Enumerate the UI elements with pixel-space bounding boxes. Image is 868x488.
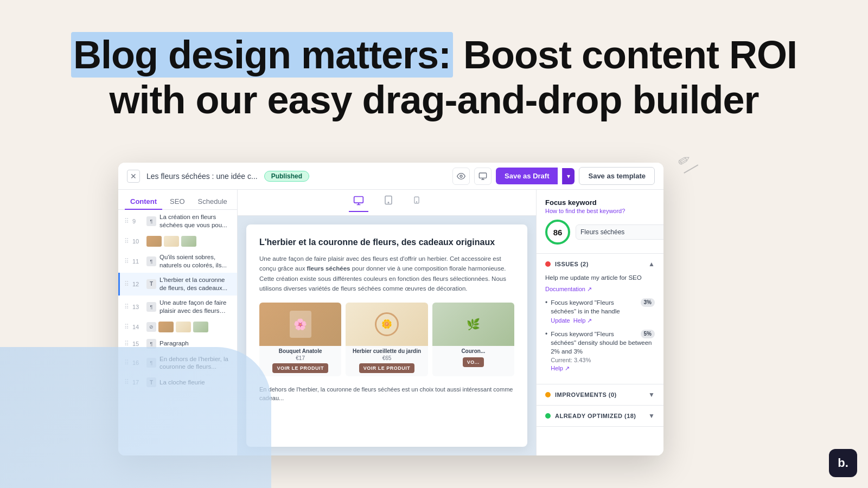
issue-badge-2: 5% (641, 330, 655, 338)
optimized-label: ALREADY OPTIMIZED (18) (555, 413, 636, 419)
sidebar-item-11[interactable]: ⠿ 11 ¶ Qu'ils soient sobres, naturels ou… (118, 250, 237, 273)
thumb-icon (146, 236, 162, 247)
find-best-keyword-link[interactable]: How to find the best keyword? (545, 208, 655, 214)
drag-handle[interactable]: ⠿ (124, 217, 129, 225)
preview-icon[interactable] (452, 168, 470, 185)
issue-text-1: 3% Focus keyword "Fleurs séchées" is in … (551, 298, 655, 316)
tab-content[interactable]: Content (125, 194, 162, 210)
seo-panel: Focus keyword How to find the best keywo… (536, 190, 663, 455)
section-body-text: Une autre façon de faire plaisir avec de… (259, 254, 514, 294)
blue-blob-decoration (0, 347, 271, 488)
product-image-3: 🌿 (432, 303, 514, 346)
product-image-1: 🌸 (259, 303, 341, 346)
optimized-dot-icon (545, 413, 551, 419)
issues-section-header[interactable]: ISSUES (2) ▲ (537, 254, 663, 274)
item-icons: ¶ (146, 302, 156, 312)
focus-keyword-title: Focus keyword (545, 198, 655, 207)
documentation-link[interactable]: Documentation ↗ (545, 286, 592, 292)
sidebar-item-13[interactable]: ⠿ 13 ¶ Une autre façon de faire plaisir … (118, 296, 237, 318)
item-num: 13 (132, 304, 143, 310)
desktop-device-icon[interactable] (349, 193, 368, 212)
footer-paragraph: En dehors de l'herbier, la couronne de f… (259, 385, 514, 403)
item-icons (146, 236, 196, 247)
drag-handle[interactable]: ⠿ (124, 280, 129, 288)
focus-keyword-input[interactable] (576, 224, 663, 240)
sidebar-item-10[interactable]: ⠿ 10 (118, 233, 237, 250)
hero-title-highlight: Blog design matters: (71, 32, 453, 78)
save-draft-dropdown[interactable]: ▾ (562, 168, 575, 184)
editor-area[interactable]: L'herbier et la couronne de fleurs, des … (238, 216, 536, 455)
product-cta-1[interactable]: VOIR LE PRODUIT (272, 363, 328, 373)
seo-score-circle: 86 (545, 220, 570, 245)
optimized-header[interactable]: ALREADY OPTIMIZED (18) ▼ (537, 406, 663, 426)
published-badge: Published (264, 171, 309, 182)
product-grid: 🌸 Bouquet Anatole €17 VOIR LE PRODUIT (259, 303, 514, 376)
svg-point-4 (388, 202, 389, 203)
product-card-2: 🌼 Herbier cueillette du jardin €65 VOIR … (346, 303, 427, 376)
product-cta-3[interactable]: VO... (463, 357, 484, 367)
titlebar-actions: Save as Draft ▾ Save as template (452, 167, 655, 185)
hero-section: Blog design matters: Boost content ROI w… (0, 0, 868, 144)
issue-badge-1: 3% (641, 298, 655, 307)
issue-help-link-1[interactable]: Help ↗ (573, 317, 592, 324)
issues-section: ISSUES (2) ▲ Help me update my article f… (537, 254, 663, 384)
item-num: 9 (132, 218, 143, 224)
item-icons: ¶ (146, 256, 156, 266)
product-card-1: 🌸 Bouquet Anatole €17 VOIR LE PRODUIT (259, 303, 341, 376)
tab-seo[interactable]: SEO (164, 194, 190, 210)
product-cta-2[interactable]: VOIR LE PRODUIT (359, 363, 415, 373)
drag-handle[interactable]: ⠿ (124, 340, 129, 348)
item-type-icon: ¶ (146, 256, 156, 266)
save-draft-button[interactable]: Save as Draft (496, 168, 558, 184)
item-label: Une autre façon de faire plaisir avec de… (159, 299, 233, 315)
seo-help-text: Help me update my article for SEO (545, 274, 655, 281)
hero-title: Blog design matters: Boost content ROI w… (11, 33, 857, 123)
item-num: 14 (132, 324, 143, 330)
close-button[interactable]: ✕ (127, 170, 140, 183)
sidebar-tabs: Content SEO Schedule Settings (118, 190, 237, 210)
tablet-device-icon[interactable] (379, 193, 398, 212)
sidebar-item-12[interactable]: ⠿ 12 T L'herbier et la couronne de fleur… (118, 273, 237, 296)
drag-handle[interactable]: ⠿ (124, 258, 129, 265)
item-type-icon: T (146, 279, 156, 289)
improvements-left: IMPROVEMENTS (0) (545, 391, 617, 398)
tab-schedule[interactable]: Schedule (193, 194, 233, 210)
monitor-icon[interactable] (474, 168, 492, 185)
svg-point-6 (416, 202, 417, 202)
window-titlebar: ✕ Les fleurs séchées : une idée c... Pub… (118, 163, 663, 190)
issues-body: Help me update my article for SEO Docume… (537, 274, 663, 384)
item-label: Paragraph (159, 339, 233, 348)
issue-links-2: Help ↗ (551, 365, 655, 372)
issues-dot-icon (545, 261, 551, 267)
mobile-device-icon[interactable] (409, 193, 425, 212)
item-icons: ⊘ (146, 322, 208, 332)
issue-update-link-1[interactable]: Update (551, 317, 570, 324)
focus-keyword-section: Focus keyword How to find the best keywo… (537, 190, 663, 254)
sidebar-item-14[interactable]: ⠿ 14 ⊘ (118, 318, 237, 336)
issue-bullet-2: • (545, 330, 547, 338)
issue-content-2: 5% Focus keyword "Fleurs séchées" densit… (551, 330, 655, 372)
improvements-chevron-icon: ▼ (648, 391, 655, 399)
issue-text-2: 5% Focus keyword "Fleurs séchées" densit… (551, 330, 655, 356)
product-price-2: €65 (346, 355, 427, 363)
item-icons: ¶ (146, 216, 156, 226)
issue-help-link-2[interactable]: Help ↗ (551, 365, 570, 372)
section-heading: L'herbier et la couronne de fleurs, des … (259, 237, 514, 247)
issues-chevron-icon: ▲ (648, 260, 655, 268)
drag-handle[interactable]: ⠿ (124, 323, 129, 331)
improvements-header[interactable]: IMPROVEMENTS (0) ▼ (537, 384, 663, 405)
drag-handle[interactable]: ⠿ (124, 237, 129, 245)
issue-bullet-1: • (545, 299, 547, 306)
item-type-icon: ¶ (146, 302, 156, 312)
item-num: 11 (132, 258, 143, 265)
thumb-icon-2 (164, 236, 179, 247)
save-template-button[interactable]: Save as template (579, 167, 655, 185)
device-switcher-bar (238, 190, 536, 216)
optimized-chevron-icon: ▼ (648, 412, 655, 420)
drag-handle[interactable]: ⠿ (124, 303, 129, 311)
b-logo: b. (829, 449, 857, 477)
optimized-left: ALREADY OPTIMIZED (18) (545, 413, 636, 419)
item-label: La création en fleurs séchées que vous p… (159, 213, 233, 229)
svg-rect-2 (354, 197, 363, 203)
sidebar-item-9[interactable]: ⠿ 9 ¶ La création en fleurs séchées que … (118, 210, 237, 233)
